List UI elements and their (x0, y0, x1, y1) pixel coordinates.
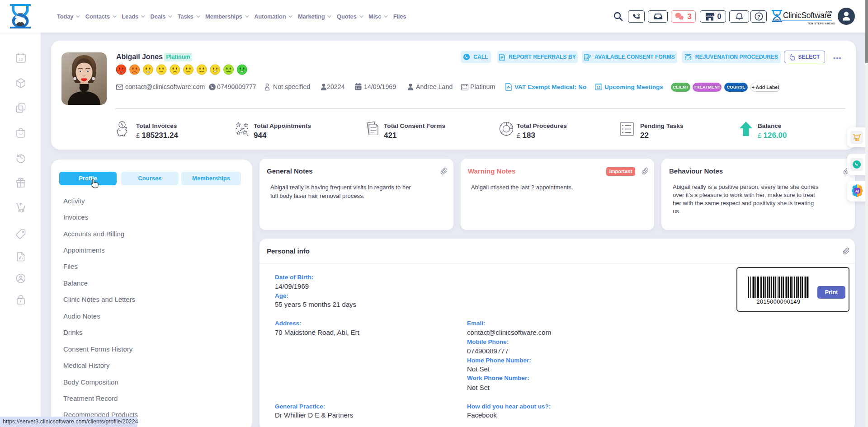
svg-text:12: 12 (19, 57, 23, 61)
svg-text:?: ? (757, 14, 760, 19)
svg-text:12: 12 (597, 86, 600, 89)
svg-text:AI: AI (855, 189, 859, 193)
